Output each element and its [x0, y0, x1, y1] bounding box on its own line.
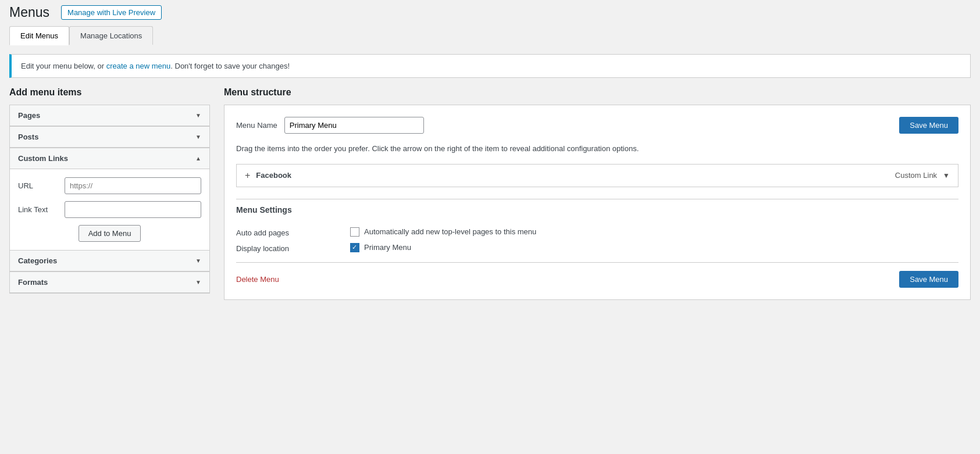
notice-text-before: Edit your menu below, or	[21, 62, 106, 70]
accordion-pages-header[interactable]: Pages ▼	[10, 105, 209, 126]
accordion-posts: Posts ▼	[9, 126, 210, 148]
create-new-menu-link[interactable]: create a new menu	[106, 62, 171, 70]
footer-row: Delete Menu Save Menu	[236, 262, 958, 288]
accordion-custom-links-label: Custom Links	[18, 154, 68, 163]
save-menu-button-top[interactable]: Save Menu	[899, 117, 958, 134]
accordion-custom-links: Custom Links ▲ URL Link Text Add to Menu	[9, 148, 210, 251]
menu-name-input[interactable]	[284, 117, 424, 134]
menu-item-name: Facebook	[256, 171, 889, 180]
accordion-posts-arrow: ▼	[195, 134, 201, 140]
delete-menu-link[interactable]: Delete Menu	[236, 275, 279, 284]
accordion-custom-links-arrow: ▲	[195, 155, 201, 162]
accordion-pages-arrow: ▼	[195, 112, 201, 119]
live-preview-button[interactable]: Manage with Live Preview	[61, 5, 162, 20]
accordion-formats-label: Formats	[18, 278, 48, 287]
menu-item-expand-icon[interactable]: ▼	[943, 171, 950, 180]
link-text-input[interactable]	[65, 201, 201, 218]
left-panel: Add menu items Pages ▼ Posts ▼ Custom Li…	[9, 87, 210, 293]
display-location-desc: Primary Menu	[364, 243, 411, 252]
drag-instructions: Drag the items into the order you prefer…	[236, 143, 958, 155]
accordion-pages: Pages ▼	[9, 105, 210, 127]
menu-items-list: + Facebook Custom Link ▼	[236, 164, 958, 187]
save-menu-button-bottom[interactable]: Save Menu	[899, 271, 958, 288]
menu-settings-title: Menu Settings	[236, 199, 958, 220]
accordion-formats-arrow: ▼	[195, 279, 201, 285]
accordion-posts-label: Posts	[18, 133, 38, 141]
tab-edit-menus[interactable]: Edit Menus	[9, 26, 69, 45]
accordion-categories-label: Categories	[18, 256, 57, 265]
auto-add-pages-desc: Automatically add new top-level pages to…	[364, 227, 536, 236]
display-location-row: Display location Primary Menu	[236, 243, 958, 253]
accordion-formats: Formats ▼	[9, 271, 210, 294]
menu-structure-box: Menu Name Save Menu Drag the items into …	[224, 105, 971, 300]
menu-structure-title: Menu structure	[224, 87, 971, 98]
link-text-label: Link Text	[18, 205, 65, 214]
add-to-menu-button[interactable]: Add to Menu	[79, 225, 141, 242]
url-input[interactable]	[65, 177, 201, 194]
notice-text-after: . Don't forget to save your changes!	[170, 62, 290, 70]
accordion-custom-links-body: URL Link Text Add to Menu	[10, 169, 209, 250]
accordion-categories-arrow: ▼	[195, 258, 201, 264]
notice-bar: Edit your menu below, or create a new me…	[9, 54, 971, 78]
right-panel: Menu structure Menu Name Save Menu Drag …	[224, 87, 971, 300]
menu-settings-section: Menu Settings Auto add pages Automatical…	[236, 199, 958, 253]
tabs-row: Edit Menus Manage Locations	[9, 26, 980, 45]
menu-name-label: Menu Name	[236, 121, 277, 130]
display-location-label: Display location	[236, 243, 341, 253]
tab-manage-locations[interactable]: Manage Locations	[69, 26, 153, 45]
page-title: Menus	[9, 5, 49, 20]
url-label: URL	[18, 181, 65, 190]
accordion-pages-label: Pages	[18, 111, 40, 120]
auto-add-pages-checkbox[interactable]	[350, 227, 359, 237]
accordion-custom-links-header[interactable]: Custom Links ▲	[10, 148, 209, 169]
display-location-checkbox[interactable]	[350, 243, 359, 252]
menu-item: + Facebook Custom Link ▼	[236, 164, 958, 187]
auto-add-pages-label: Auto add pages	[236, 227, 341, 237]
drag-handle-icon[interactable]: +	[245, 170, 250, 181]
accordion-categories: Categories ▼	[9, 250, 210, 272]
accordion-categories-header[interactable]: Categories ▼	[10, 251, 209, 271]
auto-add-pages-row: Auto add pages Automatically add new top…	[236, 227, 958, 237]
accordion-formats-header[interactable]: Formats ▼	[10, 272, 209, 293]
add-menu-items-title: Add menu items	[9, 87, 210, 98]
menu-item-type: Custom Link	[895, 171, 937, 180]
accordion-posts-header[interactable]: Posts ▼	[10, 127, 209, 148]
